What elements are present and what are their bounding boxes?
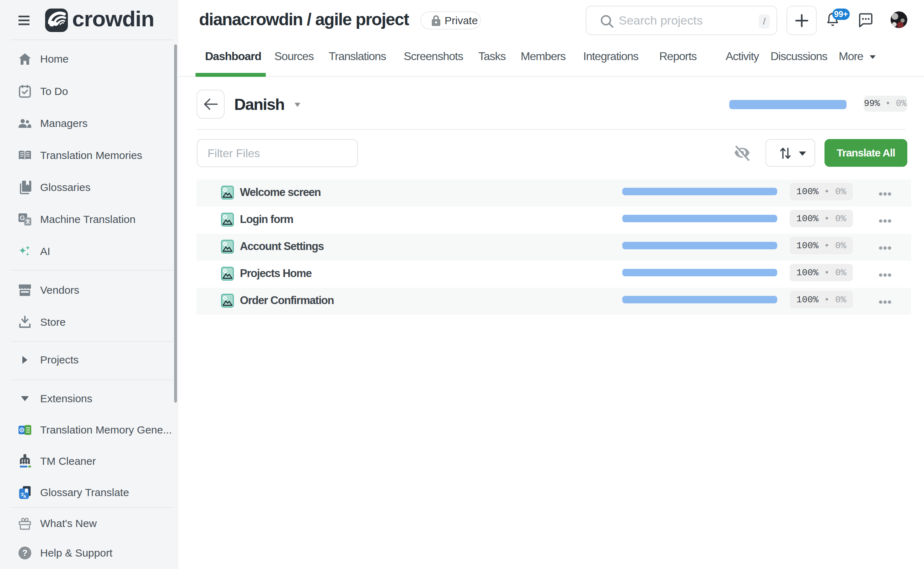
svg-text:A: A	[23, 494, 26, 499]
svg-text:?: ?	[23, 548, 27, 558]
svg-text:G: G	[20, 214, 25, 222]
